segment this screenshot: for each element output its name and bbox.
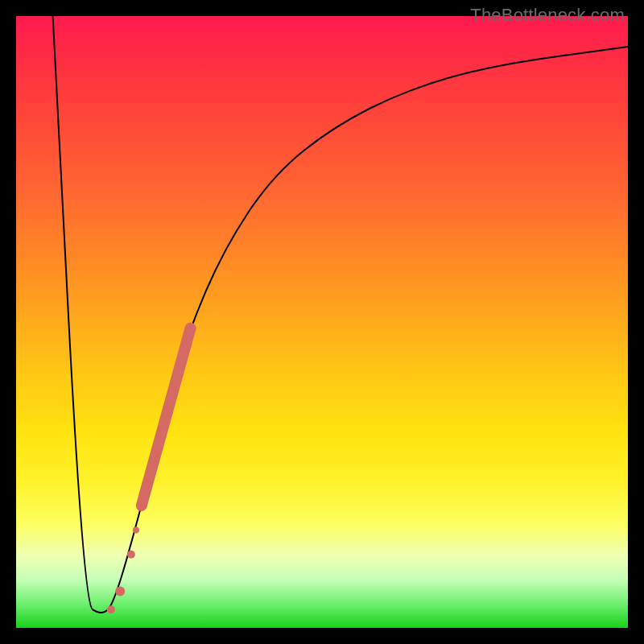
highlight-segment xyxy=(142,328,191,506)
chart-frame: TheBottleneck.com xyxy=(0,0,644,644)
highlight-dot xyxy=(115,586,125,596)
highlight-dot xyxy=(133,526,139,533)
highlight-dot xyxy=(107,605,115,613)
chart-svg xyxy=(16,16,628,628)
highlight-dot xyxy=(127,551,135,559)
bottleneck-curve xyxy=(53,16,628,613)
watermark-label: TheBottleneck.com xyxy=(470,5,625,26)
